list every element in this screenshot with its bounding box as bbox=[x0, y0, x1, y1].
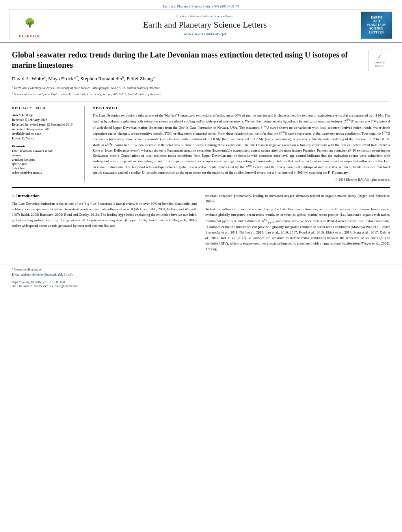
author-3-super: b bbox=[122, 75, 124, 79]
earth-logo-img: EARTHANDPLANETARYSCIENCELETTERS bbox=[361, 11, 392, 39]
author-2-super: a,* bbox=[74, 75, 78, 79]
contents-line: Contents lists available at ScienceDirec… bbox=[59, 14, 351, 18]
history-label: Article History: bbox=[12, 113, 80, 117]
corresponding-label: * Corresponding author. bbox=[12, 267, 390, 272]
affiliations: a Earth and Planetary Sciences, Universi… bbox=[12, 85, 390, 96]
keyword-2: anoxia bbox=[12, 153, 80, 157]
article-info-abstract-cols: ARTICLE INFO Article History: Received 5… bbox=[12, 102, 390, 182]
earth-logo-inner: EARTHANDPLANETARYSCIENCELETTERS bbox=[367, 16, 386, 35]
journal-url: www.elsevier.com/locate/epsl bbox=[59, 32, 351, 36]
journal-title-center: Contents lists available at ScienceDirec… bbox=[51, 14, 359, 35]
copyright-line: © 2018 Elsevier B.V. All rights reserved… bbox=[93, 178, 390, 182]
doi-link[interactable]: https://doi.org/10.1016/j.epsl.2018.09.0… bbox=[12, 280, 65, 284]
affil-2: b School of Earth and Space Exploration,… bbox=[12, 91, 390, 97]
elsevier-tree-icon: 🌳 bbox=[24, 19, 35, 27]
author-2: Maya Elrick bbox=[48, 76, 74, 82]
author-1: David A. White bbox=[12, 76, 44, 82]
received-date: Received 5 February 2018 bbox=[12, 118, 80, 122]
journal-header: Earth and Planetary Science Letters 503 … bbox=[0, 0, 402, 43]
page: Earth and Planetary Science Letters 503 … bbox=[0, 0, 402, 532]
online-date: Available online xxxx bbox=[12, 132, 80, 136]
intro-paragraph-2: resultant enhanced productivity, leading… bbox=[205, 193, 390, 252]
keywords-section: Keywords: Late Devonian seawater redox a… bbox=[12, 144, 80, 174]
email-link[interactable]: dolomite@unm.edu bbox=[32, 273, 58, 276]
page-footer: * Corresponding author. E-mail address: … bbox=[0, 265, 402, 288]
author-4-super: b bbox=[153, 75, 155, 79]
author-1-super: a bbox=[44, 75, 46, 79]
sciencedirect-link[interactable]: ScienceDirect bbox=[214, 14, 233, 18]
abstract-col: ABSTRACT The Late Devonian extinction ra… bbox=[93, 106, 390, 182]
authors-line: David A. Whitea, Maya Elricka,*, Stephen… bbox=[12, 75, 390, 82]
body-two-col: 1. Introduction The Late Devonian extinc… bbox=[12, 193, 390, 254]
article-info-col: ARTICLE INFO Article History: Received 5… bbox=[12, 106, 85, 182]
keyword-3: uranium isotopes bbox=[12, 158, 80, 161]
elsevier-logo-img: 🌳 bbox=[12, 12, 47, 33]
keyword-6: redox-sensitive metals bbox=[12, 171, 80, 174]
footnote-corresponding: * Corresponding author. E-mail address: … bbox=[12, 267, 390, 277]
email-line: E-mail address: dolomite@unm.edu (M. Elr… bbox=[12, 272, 390, 277]
elsevier-text: ELSEVIER bbox=[12, 34, 47, 38]
intro-paragraph-1: The Late Devonian extinction ranks as on… bbox=[12, 201, 197, 229]
affil-1: a Earth and Planetary Sciences, Universi… bbox=[12, 85, 390, 91]
journal-title-text: Earth and Planetary Science Letters bbox=[59, 20, 351, 30]
keywords-label: Keywords: bbox=[12, 144, 80, 148]
check-icon: ✓ bbox=[377, 54, 382, 60]
editor-line: Editor: D. Vance bbox=[12, 136, 80, 141]
doi-section: https://doi.org/10.1016/j.epsl.2018.09.0… bbox=[12, 280, 390, 284]
article-title: Global seawater redox trends during the … bbox=[12, 50, 368, 70]
article-reference: Earth and Planetary Science Letters 503 … bbox=[8, 3, 394, 10]
earth-logo-box: EARTHANDPLANETARYSCIENCELETTERS bbox=[359, 11, 394, 39]
article-info-title: ARTICLE INFO bbox=[12, 106, 80, 110]
author-4: Feifei Zhang bbox=[127, 76, 153, 82]
keyword-5: extinction bbox=[12, 166, 80, 170]
check-updates-label: Check forupdates bbox=[374, 61, 385, 67]
article-history: Article History: Received 5 February 201… bbox=[12, 113, 80, 141]
elsevier-logo-box: 🌳 ELSEVIER bbox=[9, 10, 50, 40]
abstract-text: The Late Devonian extinction ranks as on… bbox=[93, 113, 390, 176]
accepted-date: Accepted 16 September 2018 bbox=[12, 127, 80, 132]
body-content: 1. Introduction The Late Devonian extinc… bbox=[12, 187, 390, 254]
author-3: Stephen Romaniello bbox=[80, 76, 122, 82]
elsevier-logo: 🌳 ELSEVIER bbox=[8, 10, 51, 40]
issn-line: 0012-821X/© 2018 Elsevier B.V. All right… bbox=[12, 284, 390, 288]
article-title-section: Global seawater redox trends during the … bbox=[12, 50, 390, 71]
main-content: Global seawater redox trends during the … bbox=[0, 43, 402, 258]
journal-url-link[interactable]: www.elsevier.com/locate/epsl bbox=[184, 32, 226, 36]
body-col-right: resultant enhanced productivity, leading… bbox=[205, 193, 390, 254]
keyword-4: epeiric seas bbox=[12, 162, 80, 166]
header-main-row: 🌳 ELSEVIER Contents lists available at S… bbox=[8, 10, 394, 40]
revised-date: Received in revised form 12 September 20… bbox=[12, 122, 80, 127]
section-1-heading: 1. Introduction bbox=[12, 193, 197, 198]
keyword-1: Late Devonian seawater redox bbox=[12, 149, 80, 153]
body-col-left: 1. Introduction The Late Devonian extinc… bbox=[12, 193, 197, 254]
abstract-title: ABSTRACT bbox=[93, 106, 390, 110]
check-for-updates-badge: ✓ Check forupdates bbox=[368, 50, 390, 71]
